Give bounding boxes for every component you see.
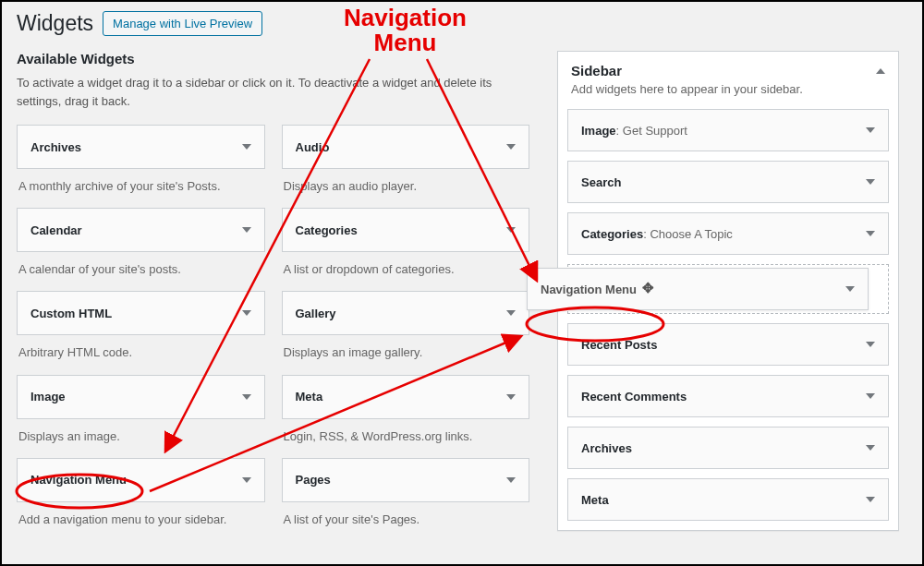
- sidebar-widget-label: Recent Comments: [581, 390, 687, 403]
- widget-desc: A monthly archive of your site's Posts.: [17, 169, 265, 208]
- widget-desc: Displays an audio player.: [282, 169, 530, 208]
- widget-image[interactable]: Image: [17, 375, 265, 419]
- available-widgets-description: To activate a widget drag it to a sideba…: [17, 74, 529, 110]
- available-widgets-grid: Archives A monthly archive of your site'…: [17, 125, 529, 541]
- chevron-down-icon: [845, 286, 855, 292]
- widget-label: Archives: [30, 140, 81, 154]
- widget-audio[interactable]: Audio: [282, 125, 530, 169]
- chevron-down-icon: [506, 310, 516, 316]
- sidebar-widget-label: Recent Posts: [581, 338, 657, 352]
- chevron-down-icon: [506, 394, 516, 400]
- sidebar-widget-recent-posts[interactable]: Recent Posts: [567, 323, 889, 366]
- widget-label: Categories: [296, 223, 358, 237]
- widget-label: Pages: [296, 473, 331, 487]
- widget-desc: Add a navigation menu to your sidebar.: [17, 502, 265, 541]
- widget-desc: Arbitrary HTML code.: [17, 335, 265, 374]
- widget-label: Gallery: [296, 307, 336, 320]
- chevron-down-icon: [506, 227, 516, 233]
- sidebar-widget-label: Search: [581, 175, 621, 189]
- dragging-widget-navigation-menu[interactable]: Navigation Menu: [527, 268, 869, 310]
- chevron-down-icon: [866, 127, 875, 133]
- chevron-up-icon: [876, 68, 885, 74]
- chevron-down-icon: [242, 477, 251, 483]
- sidebar-widget-label: Meta: [581, 493, 609, 507]
- widget-meta[interactable]: Meta: [282, 375, 530, 419]
- sidebar-widget-label: Categories: Choose A Topic: [581, 227, 733, 241]
- sidebar-widget-meta[interactable]: Meta: [567, 478, 889, 521]
- widget-desc: A calendar of your site's posts.: [17, 252, 265, 291]
- widget-gallery[interactable]: Gallery: [282, 291, 530, 335]
- sidebar-widget-recent-comments[interactable]: Recent Comments: [567, 375, 889, 417]
- sidebar-description: Add widgets here to appear in your sideb…: [558, 82, 898, 109]
- widget-label: Navigation Menu: [30, 473, 127, 487]
- chevron-down-icon: [866, 393, 875, 399]
- chevron-down-icon: [242, 310, 251, 316]
- chevron-down-icon: [242, 394, 251, 400]
- chevron-down-icon: [866, 497, 875, 502]
- sidebar-widget-categories[interactable]: Categories: Choose A Topic: [567, 212, 889, 255]
- sidebar-header[interactable]: Sidebar: [558, 52, 898, 82]
- annotation-label: NavigationMenu: [344, 6, 467, 56]
- sidebar-widget-label: Archives: [581, 441, 632, 455]
- chevron-down-icon: [506, 144, 516, 150]
- live-preview-button[interactable]: Manage with Live Preview: [103, 11, 262, 36]
- chevron-down-icon: [866, 445, 875, 451]
- move-cursor-icon: [642, 283, 655, 295]
- widget-label: Custom HTML: [30, 307, 112, 320]
- sidebar-widget-label: Image: Get Support: [581, 124, 687, 138]
- sidebar-widget-search[interactable]: Search: [567, 161, 889, 203]
- widget-desc: A list or dropdown of categories.: [282, 252, 530, 291]
- widget-label: Meta: [296, 390, 323, 403]
- sidebar-panel: Sidebar Add widgets here to appear in yo…: [557, 51, 899, 531]
- widget-navigation-menu[interactable]: Navigation Menu: [17, 458, 265, 502]
- widget-desc: Displays an image gallery.: [282, 335, 530, 374]
- chevron-down-icon: [242, 144, 251, 150]
- page-title: Widgets: [17, 11, 93, 36]
- widget-desc: A list of your site's Pages.: [282, 502, 530, 541]
- widget-desc: Displays an image.: [17, 419, 265, 458]
- sidebar-drop-placeholder[interactable]: Navigation Menu: [567, 264, 889, 314]
- widget-label: Audio: [296, 140, 330, 154]
- chevron-down-icon: [506, 477, 516, 483]
- widget-archives[interactable]: Archives: [17, 125, 265, 169]
- widget-calendar[interactable]: Calendar: [17, 208, 265, 252]
- widget-label: Image: [30, 390, 66, 403]
- dragging-label: Navigation Menu: [541, 283, 655, 296]
- sidebar-widget-image[interactable]: Image: Get Support: [567, 109, 889, 151]
- chevron-down-icon: [866, 342, 875, 347]
- chevron-down-icon: [866, 179, 875, 185]
- widget-custom-html[interactable]: Custom HTML: [17, 291, 265, 335]
- sidebar-widget-archives[interactable]: Archives: [567, 427, 889, 469]
- chevron-down-icon: [866, 231, 875, 236]
- widget-pages[interactable]: Pages: [282, 458, 530, 502]
- sidebar-title: Sidebar: [571, 63, 622, 78]
- widget-label: Calendar: [30, 223, 82, 237]
- widget-categories[interactable]: Categories: [282, 208, 530, 252]
- chevron-down-icon: [242, 227, 251, 233]
- widget-desc: Login, RSS, & WordPress.org links.: [282, 419, 530, 458]
